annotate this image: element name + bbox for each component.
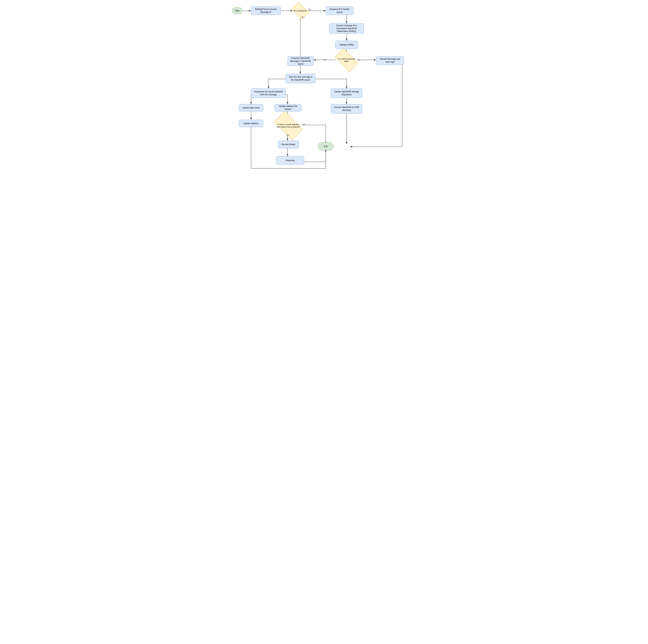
take-next-node: Take the next message in the OpenEHR que… <box>286 74 315 83</box>
yes-label-archetyped: Yes <box>323 59 326 61</box>
retrain-model-node: Re-train Model <box>278 140 299 148</box>
enqueue-senml-node: Enqueue M in SenML queue <box>326 7 354 15</box>
validate-ehr-node: Validate EHR(i) <box>335 41 358 49</box>
reporting-node: Reporting <box>276 156 304 165</box>
no-label-openehr: No <box>308 8 311 10</box>
convert-fhir-node: Convert OpenEHR to FHIR and Store <box>331 104 362 114</box>
valid-archetyped-node: Is a valid archetyped data? <box>335 48 359 72</box>
discard-message-node: Discard Message and store logs <box>376 56 404 65</box>
no-label-model: No <box>303 123 305 125</box>
flowchart-diagram: Start BindingProtocol receive Message M … <box>228 3 420 194</box>
is-openehr-node: M is OpenEHR <box>291 2 309 20</box>
anonymize-node: Anonymize the record obtained from the m… <box>251 89 286 98</box>
binding-protocol-node: BindingProtocol receive Message M <box>251 7 281 15</box>
end-node: End <box>318 142 333 150</box>
update-hadoop-node: Update Hadoop File System <box>274 104 302 111</box>
arrows-svg <box>228 3 420 194</box>
yes-label-openehr: Yes <box>301 16 304 18</box>
no-label-archetyped: No <box>358 59 360 61</box>
start-node: Start <box>232 7 242 14</box>
update-data-marts-node: Update data marts <box>239 104 263 111</box>
update-openehr-storage-node: Update OpenEHR Storage Repository <box>331 89 362 98</box>
update-statistics-node: Update statistics <box>239 120 263 127</box>
yes-label-model: Yes <box>286 134 289 136</box>
enqueue-openehr-node: Enqueue OpenEHR Message in OpenEHR queue <box>287 56 314 66</box>
convert-message-node: Convert message M to Archetyped OpenEHR … <box>329 23 364 34</box>
